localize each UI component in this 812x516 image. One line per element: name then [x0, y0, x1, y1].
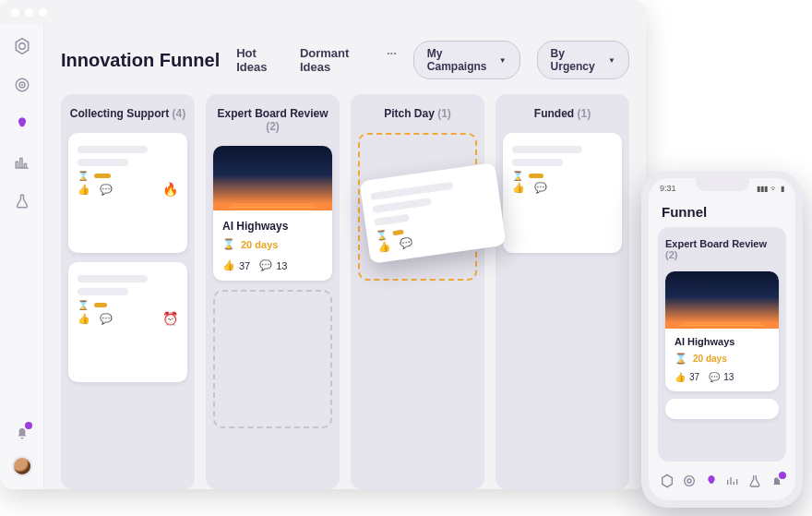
tab-dormant-ideas[interactable]: Dormant Ideas: [300, 46, 366, 74]
hourglass-icon: ⌛: [222, 238, 235, 250]
notifications-bell-icon[interactable]: [769, 473, 785, 489]
mobile-time: 9:31: [660, 184, 676, 193]
comments-indicator: 💬: [100, 313, 113, 325]
column-title: Expert Board Review: [217, 107, 328, 120]
card-skeleton: [68, 133, 187, 168]
thumbs-up-icon: 👍: [512, 182, 525, 194]
likes-count: 37: [689, 372, 699, 382]
thumbs-up-icon: 👍: [222, 259, 235, 271]
signal-icon: ▮▮▮: [757, 185, 768, 193]
card-title: AI Highways: [675, 336, 770, 347]
svg-point-6: [684, 476, 694, 486]
ideas-bulb-icon[interactable]: [13, 114, 31, 133]
comment-icon: 💬: [399, 236, 413, 250]
card-deadline-bar: ⌛: [78, 174, 178, 178]
page-title: Innovation Funnel: [61, 50, 220, 71]
fire-icon: 🔥: [162, 182, 178, 197]
idea-card[interactable]: ⌛ 👍 💬 ⏰: [68, 262, 187, 382]
likes-indicator: 👍37: [675, 372, 699, 382]
column-title: Collecting Support: [70, 107, 169, 120]
card-skeleton: [503, 133, 622, 168]
column-title: Pitch Day: [384, 107, 435, 120]
thumbs-up-icon: 👍: [78, 184, 90, 196]
idea-card[interactable]: ⌛ 👍 💬 🔥: [68, 133, 187, 253]
mobile-idea-card-peek[interactable]: [665, 399, 779, 419]
filter-campaigns-dropdown[interactable]: My Campaigns: [413, 41, 520, 79]
column-header: Pitch Day (1): [358, 103, 477, 124]
idea-card[interactable]: ⌛ 👍 💬: [503, 133, 622, 253]
likes-indicator: 👍: [78, 313, 90, 325]
kanban-board: Collecting Support (4) ⌛ 👍 💬 🔥: [61, 94, 629, 489]
likes-count: 37: [239, 260, 250, 271]
notifications-bell-icon[interactable]: [13, 423, 31, 441]
card-deadline-bar: ⌛: [512, 174, 613, 178]
comments-count: 13: [276, 260, 287, 271]
thumbs-up-icon: 👍: [675, 372, 686, 382]
likes-indicator: 👍: [377, 240, 392, 254]
column-count: (1): [578, 107, 591, 120]
mobile-device-frame: 9:31 ▮▮▮ ᯤ ▮ Funnel Expert Board Review …: [641, 171, 803, 508]
svg-point-4: [20, 84, 22, 86]
likes-indicator: 👍: [78, 184, 90, 196]
card-deadline-bar: ⌛: [78, 303, 178, 307]
mobile-tabbar: [649, 462, 795, 500]
column-count: (4): [173, 107, 186, 120]
app-logo-icon[interactable]: [659, 473, 675, 489]
card-deadline: ⌛ 20 days: [675, 353, 770, 365]
thumbs-up-icon: 👍: [78, 313, 90, 325]
snooze-alarm-icon: ⏰: [162, 311, 178, 326]
wifi-icon: ᯤ: [770, 185, 778, 193]
target-icon[interactable]: [13, 76, 31, 94]
filter-campaigns-label: My Campaigns: [427, 47, 492, 73]
mobile-page-title: Funnel: [649, 198, 795, 227]
lab-flask-icon[interactable]: [13, 192, 31, 210]
column-pitch-day: Pitch Day (1): [351, 94, 484, 489]
svg-point-7: [687, 479, 691, 483]
svg-point-1: [18, 43, 25, 50]
tab-hot-ideas[interactable]: Hot Ideas: [236, 46, 280, 74]
sort-urgency-label: By Urgency: [551, 47, 602, 73]
card-deadline-text: 20 days: [693, 354, 727, 364]
app-logo-icon[interactable]: [13, 37, 31, 55]
mobile-idea-card-ai-highways[interactable]: AI Highways ⌛ 20 days 👍37 💬13: [665, 271, 779, 391]
page-header: Innovation Funnel Hot Ideas Dormant Idea…: [61, 41, 629, 79]
column-expert-review: Expert Board Review (2) AI Highways ⌛ 20…: [206, 94, 340, 489]
comments-indicator: 💬13: [259, 259, 287, 271]
svg-marker-0: [16, 39, 28, 54]
idea-card-ai-highways[interactable]: AI Highways ⌛ 20 days 👍37 💬13: [213, 146, 332, 281]
mobile-column-expert-review: Expert Board Review (2) AI Highways ⌛ 20…: [658, 227, 786, 462]
lab-flask-icon[interactable]: [746, 473, 763, 489]
sort-urgency-dropdown[interactable]: By Urgency: [537, 41, 629, 79]
column-title: Funded: [534, 107, 574, 120]
card-title: AI Highways: [222, 220, 323, 233]
column-funded: Funded (1) ⌛ 👍 💬: [496, 94, 629, 489]
likes-indicator: 👍37: [222, 259, 250, 271]
empty-card-placeholder: [213, 290, 332, 428]
column-header: Collecting Support (4): [68, 103, 187, 124]
window-control-max[interactable]: [39, 8, 47, 17]
card-deadline-text: 20 days: [241, 239, 278, 250]
comment-icon: 💬: [100, 313, 113, 325]
window-control-close[interactable]: [11, 8, 19, 17]
card-cover-image: [665, 271, 779, 329]
column-count: (2): [266, 120, 280, 133]
column-count: (1): [437, 107, 451, 120]
column-collecting-support: Collecting Support (4) ⌛ 👍 💬 🔥: [61, 94, 195, 489]
card-cover-image: [213, 146, 332, 210]
user-avatar[interactable]: [12, 456, 32, 476]
window-control-min[interactable]: [25, 8, 33, 17]
comments-indicator: 💬: [534, 182, 547, 194]
target-icon[interactable]: [681, 473, 698, 489]
ideas-bulb-icon[interactable]: [703, 473, 720, 489]
comments-count: 13: [723, 372, 734, 382]
mobile-column-header: Expert Board Review (2): [665, 234, 779, 264]
column-title: Expert Board Review: [665, 238, 767, 249]
analytics-icon[interactable]: [724, 473, 741, 489]
more-tabs-icon[interactable]: ···: [387, 46, 397, 74]
likes-indicator: 👍: [512, 182, 525, 194]
comment-icon: 💬: [100, 184, 113, 196]
comments-indicator: 💬: [100, 184, 113, 196]
analytics-icon[interactable]: [13, 153, 31, 172]
column-header: Expert Board Review (2): [213, 103, 332, 137]
comment-icon: 💬: [259, 259, 272, 271]
